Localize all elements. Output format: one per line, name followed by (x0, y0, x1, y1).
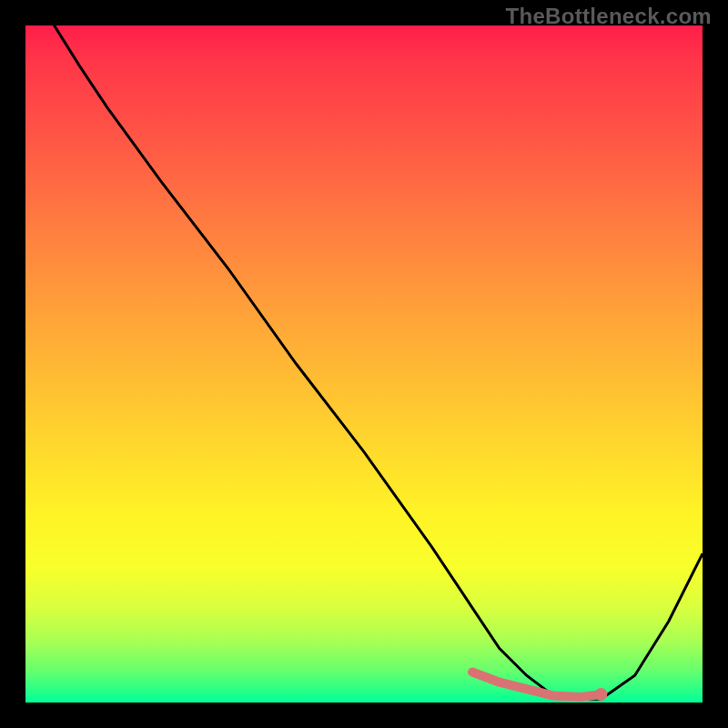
watermark-text: TheBottleneck.com (506, 4, 712, 29)
bottleneck-curve (25, 25, 703, 703)
plot-area (25, 25, 703, 703)
curve-path (25, 25, 703, 699)
chart-frame: TheBottleneck.com (0, 0, 728, 728)
optimal-point-dot (594, 688, 607, 701)
